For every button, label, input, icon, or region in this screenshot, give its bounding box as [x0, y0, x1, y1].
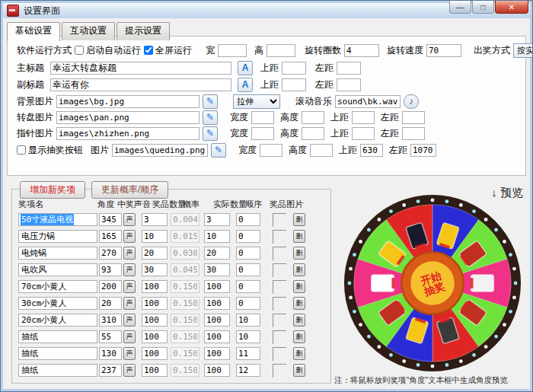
music-input[interactable]	[335, 95, 401, 108]
prize-name-input[interactable]: 电压力锅	[18, 230, 97, 243]
prize-image-placeholder[interactable]	[273, 314, 286, 327]
prize-delete-button[interactable]: 删	[293, 263, 305, 276]
wheel-top-input[interactable]	[352, 111, 375, 124]
button-height-input[interactable]	[310, 144, 333, 157]
start-lottery-button[interactable]: 开始抽奖	[401, 252, 463, 314]
prize-order-input[interactable]	[236, 230, 260, 243]
button-image-browse-button[interactable]: ✎	[211, 143, 226, 158]
sub-title-input[interactable]	[50, 78, 231, 91]
prize-delete-button[interactable]: 删	[293, 330, 305, 343]
sub-title-left-input[interactable]	[337, 78, 361, 91]
button-left-input[interactable]	[410, 144, 436, 157]
prize-name-input[interactable]: 电炖锅	[18, 247, 97, 260]
prize-qty-input[interactable]	[142, 263, 168, 276]
prize-qty-input[interactable]	[142, 247, 168, 260]
prize-angle-input[interactable]	[99, 247, 122, 260]
prize-image-placeholder[interactable]	[273, 230, 286, 244]
music-browse-button[interactable]: ♪	[404, 94, 419, 109]
prize-order-input[interactable]	[236, 364, 260, 377]
main-title-left-input[interactable]	[337, 62, 361, 75]
prize-qty-input[interactable]	[142, 297, 168, 310]
prize-delete-button[interactable]: 删	[293, 230, 305, 243]
prize-sound-button[interactable]: 声	[123, 280, 136, 293]
prize-actual-qty-input[interactable]	[204, 297, 230, 310]
prize-image-placeholder[interactable]	[273, 347, 286, 361]
button-image-input[interactable]	[112, 144, 208, 157]
tab-basic-settings[interactable]: 基础设置	[7, 22, 60, 41]
prize-delete-button[interactable]: 删	[293, 213, 305, 226]
prize-delete-button[interactable]: 删	[293, 280, 305, 293]
sub-title-top-input[interactable]	[282, 78, 306, 91]
wheel-image-browse-button[interactable]: ✎	[203, 110, 218, 125]
prize-sound-button[interactable]: 声	[123, 330, 136, 343]
prize-angle-input[interactable]	[99, 364, 122, 377]
prize-order-input[interactable]	[236, 330, 260, 343]
prize-image-placeholder[interactable]	[273, 280, 286, 294]
prize-qty-input[interactable]	[142, 364, 168, 377]
prize-qty-input[interactable]	[142, 314, 168, 327]
prize-actual-qty-input[interactable]	[204, 263, 230, 276]
prize-sound-button[interactable]: 声	[123, 247, 136, 260]
prize-image-placeholder[interactable]	[273, 213, 286, 227]
prize-image-placeholder[interactable]	[273, 364, 286, 378]
prize-name-input[interactable]: 抽纸	[18, 347, 97, 360]
sub-title-font-button[interactable]: A	[238, 78, 253, 92]
prize-qty-input[interactable]	[142, 213, 168, 226]
main-title-top-input[interactable]	[282, 62, 306, 75]
prize-image-placeholder[interactable]	[273, 330, 286, 344]
prize-angle-input[interactable]	[99, 213, 122, 226]
prize-actual-qty-input[interactable]	[204, 230, 230, 243]
tab-prompt-settings[interactable]: 提示设置	[116, 22, 170, 40]
bg-image-input[interactable]	[56, 95, 199, 108]
prize-actual-qty-input[interactable]	[204, 247, 230, 260]
prize-image-placeholder[interactable]	[273, 247, 286, 260]
pointer-left-input[interactable]	[402, 127, 425, 140]
main-title-input[interactable]	[50, 62, 231, 75]
tab-interactive-settings[interactable]: 互动设置	[62, 22, 115, 40]
prize-delete-button[interactable]: 删	[293, 314, 305, 327]
add-prize-button[interactable]: 增加新奖项	[20, 181, 85, 199]
close-button[interactable]: ✕	[495, 1, 528, 14]
prize-order-input[interactable]	[236, 247, 260, 260]
screen-height-input[interactable]	[266, 44, 295, 57]
spin-speed-input[interactable]	[426, 44, 461, 57]
bg-image-browse-button[interactable]: ✎	[203, 94, 218, 109]
prize-name-input[interactable]: 抽纸	[18, 330, 97, 343]
fullscreen-checkbox[interactable]	[144, 46, 153, 55]
wheel-image-input[interactable]	[56, 111, 199, 124]
pointer-top-input[interactable]	[352, 127, 375, 140]
prize-angle-input[interactable]	[99, 314, 122, 327]
pointer-image-input[interactable]	[56, 127, 199, 140]
prize-actual-qty-input[interactable]	[204, 314, 230, 327]
prize-order-input[interactable]	[236, 213, 260, 226]
prize-name-input[interactable]: 50寸液晶电视	[18, 213, 97, 226]
screen-width-input[interactable]	[218, 44, 247, 57]
prize-qty-input[interactable]	[142, 347, 168, 360]
prize-angle-input[interactable]	[99, 330, 122, 343]
prize-actual-qty-input[interactable]	[204, 347, 230, 360]
button-top-input[interactable]	[360, 144, 383, 157]
prize-sound-button[interactable]: 声	[123, 364, 136, 377]
prize-sound-button[interactable]: 声	[123, 347, 136, 360]
prize-delete-button[interactable]: 删	[293, 347, 305, 360]
prize-order-input[interactable]	[236, 263, 260, 276]
prize-sound-button[interactable]: 声	[123, 230, 136, 243]
prize-order-input[interactable]	[236, 347, 260, 360]
stretch-mode-select[interactable]: 拉伸	[233, 94, 280, 109]
prize-image-placeholder[interactable]	[273, 297, 286, 311]
show-draw-button-checkbox[interactable]	[17, 145, 26, 155]
prize-order-input[interactable]	[236, 297, 260, 310]
prize-angle-input[interactable]	[99, 263, 122, 276]
prize-name-input[interactable]: 30cm小黄人	[18, 297, 97, 310]
prize-delete-button[interactable]: 删	[293, 364, 305, 377]
pointer-image-browse-button[interactable]: ✎	[203, 126, 218, 141]
prize-qty-input[interactable]	[142, 230, 168, 243]
prize-delete-button[interactable]: 删	[293, 247, 305, 260]
prize-actual-qty-input[interactable]	[204, 280, 230, 293]
spin-turns-input[interactable]	[344, 44, 379, 57]
prize-angle-input[interactable]	[99, 230, 122, 243]
prize-angle-input[interactable]	[99, 347, 122, 360]
prize-image-placeholder[interactable]	[273, 263, 286, 277]
wheel-width-input[interactable]	[251, 111, 274, 124]
prize-sound-button[interactable]: 声	[123, 213, 136, 226]
